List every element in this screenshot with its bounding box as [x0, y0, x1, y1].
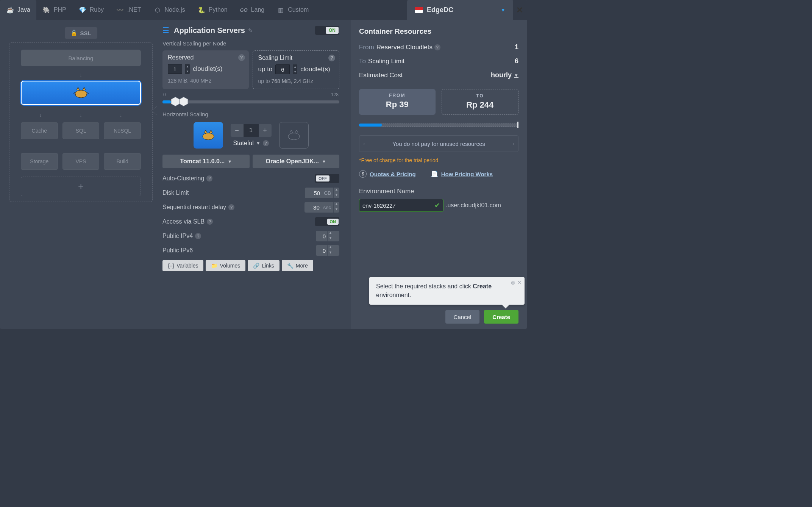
- region-selector[interactable]: EdgeDC ▼: [407, 0, 513, 20]
- node-active-icon: [194, 122, 223, 149]
- more-button[interactable]: 🔧More: [282, 260, 313, 271]
- horizontal-scaling-label: Horizontal Scaling: [162, 111, 339, 117]
- volumes-button[interactable]: 📁Volumes: [206, 260, 245, 271]
- cancel-button[interactable]: Cancel: [445, 310, 480, 324]
- stepper-buttons[interactable]: ▲▼: [185, 64, 190, 74]
- help-icon[interactable]: ?: [434, 44, 440, 50]
- ssl-label: SSL: [80, 30, 91, 36]
- help-icon[interactable]: ?: [195, 233, 201, 239]
- close-icon[interactable]: ✕: [516, 5, 523, 15]
- vps-block[interactable]: VPS: [62, 153, 100, 170]
- links-button[interactable]: 🔗Links: [248, 260, 280, 271]
- tab-custom[interactable]: ▥ Custom: [270, 0, 315, 20]
- stack-select[interactable]: Tomcat 11.0.0... ▼: [162, 155, 250, 168]
- tomcat-icon: [73, 86, 89, 99]
- language-tabs: ☕ Java 🐘 PHP 💎 Ruby 〰️ .NET ⬡ Node.js 🐍 …: [0, 0, 527, 20]
- to-label: To: [359, 58, 366, 65]
- jdk-select[interactable]: Oracle OpenJDK... ▼: [253, 155, 340, 168]
- ssl-toggle[interactable]: 🔓 SSL: [65, 27, 97, 39]
- slider-handle-reserved[interactable]: [171, 97, 180, 106]
- help-icon[interactable]: ?: [328, 55, 335, 61]
- tab-label: Java: [17, 6, 30, 13]
- limit-title: Scaling Limit: [258, 55, 334, 61]
- cost-period-select[interactable]: hourly: [491, 71, 512, 79]
- limit-input[interactable]: [275, 64, 290, 74]
- auto-clustering-label: Auto-Clustering?: [162, 175, 212, 182]
- quotas-link[interactable]: $ Quotas & Pricing: [359, 170, 416, 178]
- dotnet-icon: 〰️: [116, 6, 124, 13]
- reserved-input[interactable]: [168, 64, 182, 74]
- nosql-block[interactable]: NoSQL: [104, 122, 141, 139]
- tab-python[interactable]: 🐍 Python: [191, 0, 234, 20]
- tab-java[interactable]: ☕ Java: [0, 0, 36, 20]
- info-text: You do not pay for unused resources: [392, 141, 485, 147]
- help-icon[interactable]: ?: [263, 140, 269, 146]
- decrement-button[interactable]: −: [231, 124, 244, 137]
- check-icon: ✔: [434, 201, 440, 210]
- svg-point-0: [75, 90, 87, 98]
- info-pager[interactable]: ‹ You do not pay for unused resources ›: [359, 135, 518, 152]
- app-server-toggle[interactable]: ON: [315, 26, 339, 35]
- disk-limit-label: Disk Limit: [162, 189, 189, 196]
- close-icon[interactable]: ✕: [517, 279, 522, 286]
- ruby-icon: 💎: [78, 6, 87, 13]
- tab-dotnet[interactable]: 〰️ .NET: [110, 0, 147, 20]
- python-icon: 🐍: [197, 6, 206, 13]
- scaling-mode-select[interactable]: Stateful ▼ ?: [233, 140, 269, 147]
- wrench-icon: 🔧: [287, 263, 294, 269]
- chevron-down-icon: ▼: [228, 159, 232, 164]
- ipv4-input[interactable]: ▲▼: [316, 231, 339, 241]
- edit-icon[interactable]: ✎: [248, 27, 253, 33]
- help-icon[interactable]: ?: [206, 175, 212, 182]
- env-name-input[interactable]: [362, 202, 434, 209]
- help-icon[interactable]: ?: [238, 54, 245, 61]
- lock-icon: 🔓: [70, 30, 78, 36]
- chevron-down-icon: ▼: [322, 159, 326, 164]
- stepper-buttons[interactable]: ▲▼: [293, 64, 297, 74]
- disk-limit-input[interactable]: GB▲▼: [305, 188, 339, 198]
- tab-node[interactable]: ⬡ Node.js: [147, 0, 191, 20]
- tab-label: Ruby: [90, 6, 104, 13]
- custom-icon: ▥: [276, 6, 285, 13]
- env-name-label: Environment Name: [359, 188, 518, 195]
- create-button[interactable]: Create: [484, 310, 518, 324]
- toggle-state: ON: [326, 27, 339, 34]
- help-icon[interactable]: ?: [228, 204, 234, 210]
- cloudlet-slider[interactable]: [162, 99, 339, 104]
- from-text: Reserved Cloudlets: [376, 44, 433, 51]
- panel-title: Application Servers: [174, 26, 245, 35]
- add-layer-button[interactable]: +: [21, 177, 141, 196]
- price-from-card: FROM Rp 39: [359, 89, 436, 115]
- auto-clustering-toggle[interactable]: OFF: [315, 174, 339, 183]
- slider-handle-limit[interactable]: [179, 97, 188, 106]
- cache-block[interactable]: Cache: [21, 122, 58, 139]
- arrow-down-icon: ↓: [39, 112, 42, 118]
- resources-panel: Container Resources From Reserved Cloudl…: [351, 20, 527, 329]
- build-block[interactable]: Build: [104, 153, 141, 170]
- node-inactive-icon: [279, 122, 309, 149]
- tab-php[interactable]: 🐘 PHP: [36, 0, 72, 20]
- app-server-node[interactable]: [21, 81, 141, 105]
- storage-block[interactable]: Storage: [21, 153, 58, 170]
- target-icon[interactable]: ◎: [511, 279, 515, 286]
- slb-toggle[interactable]: ON: [315, 217, 339, 226]
- menu-icon[interactable]: ☰: [162, 26, 169, 35]
- svg-marker-1: [171, 97, 180, 106]
- tab-ruby[interactable]: 💎 Ruby: [72, 0, 110, 20]
- ipv6-input[interactable]: ▲▼: [316, 245, 339, 256]
- sql-block[interactable]: SQL: [62, 122, 100, 139]
- ipv4-label: Public IPv4?: [162, 233, 201, 239]
- chevron-left-icon[interactable]: ‹: [363, 141, 365, 147]
- chevron-right-icon[interactable]: ›: [512, 141, 514, 147]
- increment-button[interactable]: +: [259, 124, 272, 137]
- slider-max: 128: [331, 92, 339, 97]
- reserved-detail: 128 MiB, 400 MHz: [168, 78, 244, 84]
- node-count-stepper[interactable]: − 1 +: [231, 124, 272, 137]
- variables-button[interactable]: {··}Variables: [162, 260, 203, 271]
- help-icon[interactable]: ?: [207, 219, 213, 225]
- tab-go[interactable]: GO Lang: [234, 0, 271, 20]
- hint-tooltip: ◎✕ Select the required stacks and click …: [369, 277, 525, 305]
- restart-delay-input[interactable]: sec▲▼: [304, 202, 339, 213]
- how-pricing-link[interactable]: 📄 How Pricing Works: [431, 171, 493, 177]
- balancing-block[interactable]: Balancing: [21, 50, 141, 66]
